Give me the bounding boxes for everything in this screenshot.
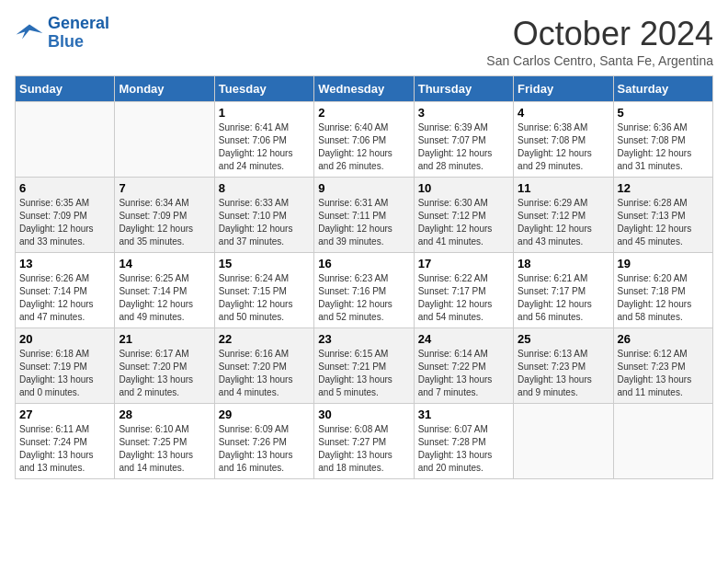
day-info: Sunrise: 6:30 AM Sunset: 7:12 PM Dayligh… — [418, 197, 509, 248]
calendar-cell: 26Sunrise: 6:12 AM Sunset: 7:23 PM Dayli… — [613, 328, 712, 404]
calendar-cell — [613, 404, 712, 479]
calendar-cell: 7Sunrise: 6:34 AM Sunset: 7:09 PM Daylig… — [115, 178, 214, 253]
day-number: 8 — [219, 181, 310, 195]
day-info: Sunrise: 6:38 AM Sunset: 7:08 PM Dayligh… — [518, 121, 609, 173]
week-row-4: 20Sunrise: 6:18 AM Sunset: 7:19 PM Dayli… — [16, 328, 713, 404]
logo-text: General Blue — [48, 15, 109, 52]
calendar-cell: 19Sunrise: 6:20 AM Sunset: 7:18 PM Dayli… — [613, 253, 712, 328]
page-header: General Blue October 2024 San Carlos Cen… — [15, 15, 713, 68]
day-number: 9 — [318, 181, 409, 195]
day-info: Sunrise: 6:29 AM Sunset: 7:12 PM Dayligh… — [518, 197, 609, 248]
day-info: Sunrise: 6:16 AM Sunset: 7:20 PM Dayligh… — [219, 348, 310, 399]
column-header-wednesday: Wednesday — [314, 76, 414, 102]
calendar-cell: 12Sunrise: 6:28 AM Sunset: 7:13 PM Dayli… — [613, 178, 712, 253]
day-number: 7 — [119, 181, 210, 195]
day-number: 10 — [418, 181, 509, 195]
calendar-cell: 6Sunrise: 6:35 AM Sunset: 7:09 PM Daylig… — [16, 178, 115, 253]
calendar-cell: 13Sunrise: 6:26 AM Sunset: 7:14 PM Dayli… — [16, 253, 115, 328]
day-number: 16 — [318, 257, 409, 270]
day-number: 13 — [19, 257, 110, 270]
day-info: Sunrise: 6:35 AM Sunset: 7:09 PM Dayligh… — [19, 197, 110, 248]
day-number: 23 — [318, 332, 409, 346]
column-header-sunday: Sunday — [16, 76, 115, 102]
day-number: 14 — [119, 257, 210, 270]
day-number: 5 — [618, 106, 709, 120]
calendar-cell — [514, 404, 613, 479]
day-number: 19 — [618, 257, 709, 270]
day-info: Sunrise: 6:41 AM Sunset: 7:06 PM Dayligh… — [219, 121, 310, 173]
week-row-1: 1Sunrise: 6:41 AM Sunset: 7:06 PM Daylig… — [16, 102, 713, 178]
month-title: October 2024 — [486, 15, 713, 53]
day-number: 27 — [19, 408, 110, 421]
day-number: 30 — [318, 408, 409, 421]
calendar-cell: 30Sunrise: 6:08 AM Sunset: 7:27 PM Dayli… — [314, 404, 414, 479]
day-info: Sunrise: 6:21 AM Sunset: 7:17 PM Dayligh… — [518, 272, 609, 324]
day-info: Sunrise: 6:40 AM Sunset: 7:06 PM Dayligh… — [318, 121, 409, 173]
calendar-cell: 28Sunrise: 6:10 AM Sunset: 7:25 PM Dayli… — [115, 404, 214, 479]
week-row-5: 27Sunrise: 6:11 AM Sunset: 7:24 PM Dayli… — [16, 404, 713, 479]
day-info: Sunrise: 6:14 AM Sunset: 7:22 PM Dayligh… — [418, 348, 509, 399]
calendar-cell: 4Sunrise: 6:38 AM Sunset: 7:08 PM Daylig… — [514, 102, 613, 178]
calendar-cell: 8Sunrise: 6:33 AM Sunset: 7:10 PM Daylig… — [214, 178, 313, 253]
day-info: Sunrise: 6:17 AM Sunset: 7:20 PM Dayligh… — [119, 348, 210, 399]
day-info: Sunrise: 6:15 AM Sunset: 7:21 PM Dayligh… — [318, 348, 409, 399]
day-info: Sunrise: 6:22 AM Sunset: 7:17 PM Dayligh… — [418, 272, 509, 324]
week-row-2: 6Sunrise: 6:35 AM Sunset: 7:09 PM Daylig… — [16, 178, 713, 253]
day-info: Sunrise: 6:20 AM Sunset: 7:18 PM Dayligh… — [618, 272, 709, 324]
calendar-table: SundayMondayTuesdayWednesdayThursdayFrid… — [15, 75, 713, 479]
day-number: 12 — [618, 181, 709, 195]
calendar-cell: 23Sunrise: 6:15 AM Sunset: 7:21 PM Dayli… — [314, 328, 414, 404]
title-block: October 2024 San Carlos Centro, Santa Fe… — [486, 15, 713, 68]
logo: General Blue — [15, 15, 109, 52]
location-subtitle: San Carlos Centro, Santa Fe, Argentina — [486, 53, 713, 68]
calendar-cell: 22Sunrise: 6:16 AM Sunset: 7:20 PM Dayli… — [214, 328, 313, 404]
svg-marker-0 — [17, 24, 43, 39]
day-number: 24 — [418, 332, 509, 346]
day-info: Sunrise: 6:09 AM Sunset: 7:26 PM Dayligh… — [219, 423, 310, 475]
day-number: 1 — [219, 106, 310, 120]
day-info: Sunrise: 6:11 AM Sunset: 7:24 PM Dayligh… — [19, 423, 110, 475]
calendar-cell: 29Sunrise: 6:09 AM Sunset: 7:26 PM Dayli… — [214, 404, 313, 479]
day-info: Sunrise: 6:10 AM Sunset: 7:25 PM Dayligh… — [119, 423, 210, 475]
day-number: 18 — [518, 257, 609, 270]
week-row-3: 13Sunrise: 6:26 AM Sunset: 7:14 PM Dayli… — [16, 253, 713, 328]
day-info: Sunrise: 6:39 AM Sunset: 7:07 PM Dayligh… — [418, 121, 509, 173]
day-info: Sunrise: 6:36 AM Sunset: 7:08 PM Dayligh… — [618, 121, 709, 173]
calendar-cell: 27Sunrise: 6:11 AM Sunset: 7:24 PM Dayli… — [16, 404, 115, 479]
calendar-cell: 14Sunrise: 6:25 AM Sunset: 7:14 PM Dayli… — [115, 253, 214, 328]
logo-bird-icon — [15, 18, 44, 48]
calendar-cell: 18Sunrise: 6:21 AM Sunset: 7:17 PM Dayli… — [514, 253, 613, 328]
day-info: Sunrise: 6:13 AM Sunset: 7:23 PM Dayligh… — [518, 348, 609, 399]
day-info: Sunrise: 6:18 AM Sunset: 7:19 PM Dayligh… — [19, 348, 110, 399]
calendar-cell: 21Sunrise: 6:17 AM Sunset: 7:20 PM Dayli… — [115, 328, 214, 404]
day-number: 28 — [119, 408, 210, 421]
day-number: 11 — [518, 181, 609, 195]
calendar-header-row: SundayMondayTuesdayWednesdayThursdayFrid… — [16, 76, 713, 102]
day-info: Sunrise: 6:24 AM Sunset: 7:15 PM Dayligh… — [219, 272, 310, 324]
calendar-cell: 1Sunrise: 6:41 AM Sunset: 7:06 PM Daylig… — [214, 102, 313, 178]
day-info: Sunrise: 6:34 AM Sunset: 7:09 PM Dayligh… — [119, 197, 210, 248]
calendar-cell: 3Sunrise: 6:39 AM Sunset: 7:07 PM Daylig… — [414, 102, 513, 178]
day-number: 2 — [318, 106, 409, 120]
calendar-cell: 24Sunrise: 6:14 AM Sunset: 7:22 PM Dayli… — [414, 328, 513, 404]
day-info: Sunrise: 6:12 AM Sunset: 7:23 PM Dayligh… — [618, 348, 709, 399]
day-number: 25 — [518, 332, 609, 346]
day-info: Sunrise: 6:08 AM Sunset: 7:27 PM Dayligh… — [318, 423, 409, 475]
column-header-saturday: Saturday — [613, 76, 712, 102]
day-info: Sunrise: 6:23 AM Sunset: 7:16 PM Dayligh… — [318, 272, 409, 324]
day-number: 3 — [418, 106, 509, 120]
day-info: Sunrise: 6:33 AM Sunset: 7:10 PM Dayligh… — [219, 197, 310, 248]
calendar-cell — [16, 102, 115, 178]
calendar-cell: 15Sunrise: 6:24 AM Sunset: 7:15 PM Dayli… — [214, 253, 313, 328]
calendar-cell: 2Sunrise: 6:40 AM Sunset: 7:06 PM Daylig… — [314, 102, 414, 178]
column-header-tuesday: Tuesday — [214, 76, 313, 102]
day-number: 29 — [219, 408, 310, 421]
day-info: Sunrise: 6:25 AM Sunset: 7:14 PM Dayligh… — [119, 272, 210, 324]
day-number: 26 — [618, 332, 709, 346]
calendar-cell: 10Sunrise: 6:30 AM Sunset: 7:12 PM Dayli… — [414, 178, 513, 253]
day-info: Sunrise: 6:31 AM Sunset: 7:11 PM Dayligh… — [318, 197, 409, 248]
calendar-cell: 16Sunrise: 6:23 AM Sunset: 7:16 PM Dayli… — [314, 253, 414, 328]
calendar-cell: 5Sunrise: 6:36 AM Sunset: 7:08 PM Daylig… — [613, 102, 712, 178]
day-info: Sunrise: 6:07 AM Sunset: 7:28 PM Dayligh… — [418, 423, 509, 475]
column-header-monday: Monday — [115, 76, 214, 102]
